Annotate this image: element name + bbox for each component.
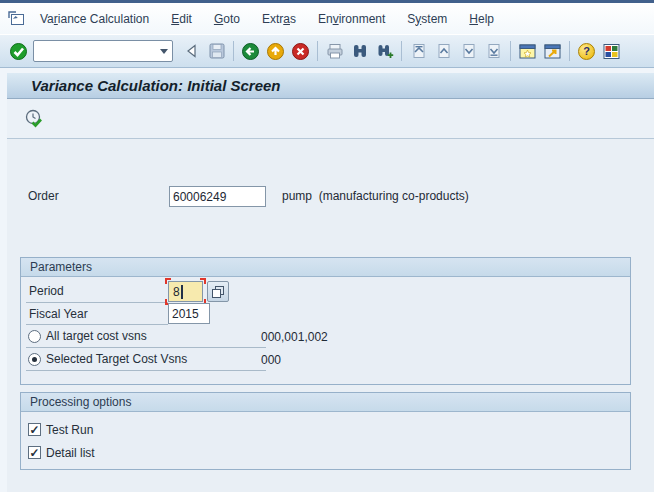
command-input[interactable] — [34, 42, 156, 60]
menu-bar: Variance Calculation Edit Goto Extras En… — [0, 3, 654, 34]
toolbar-separator — [569, 41, 570, 61]
toolbar-separator — [317, 41, 318, 61]
order-label: Order — [28, 189, 59, 203]
overlapping-squares-icon — [211, 285, 225, 299]
checkmark-icon: ✓ — [29, 424, 39, 436]
customize-layout-icon[interactable] — [599, 38, 624, 64]
collapse-command-icon[interactable] — [179, 38, 204, 64]
focus-corner — [200, 278, 206, 284]
application-toolbar — [7, 99, 654, 139]
screen-body: Order 60006249 pump (manufacturing co-pr… — [7, 139, 654, 492]
sap-gui-window: Variance Calculation Edit Goto Extras En… — [0, 0, 654, 492]
processing-options-group: Processing options ✓ Test Run ✓ Detail l… — [20, 392, 631, 470]
help-icon[interactable]: ? — [574, 38, 599, 64]
execute-clock-check-icon — [23, 108, 45, 130]
checkbox-checked[interactable]: ✓ — [28, 446, 41, 459]
checkbox-detail-list[interactable]: ✓ Detail list — [26, 441, 266, 464]
new-session-icon[interactable] — [515, 38, 540, 64]
content-area: Variance Calculation: Initial Screen Ord… — [7, 73, 654, 492]
menu-extras[interactable]: Extras — [251, 8, 307, 30]
checkbox-checked[interactable]: ✓ — [28, 423, 41, 436]
toolbar-separator — [401, 41, 402, 61]
first-page-icon[interactable] — [406, 38, 431, 64]
toolbar-separator — [510, 41, 511, 61]
find-icon[interactable] — [347, 38, 372, 64]
radio-button-unselected[interactable] — [28, 330, 41, 343]
exit-icon[interactable] — [263, 38, 288, 64]
page-up-icon[interactable] — [431, 38, 456, 64]
menu-system[interactable]: System — [396, 8, 458, 30]
menu-environment[interactable]: Environment — [307, 8, 396, 30]
shortcut-icon[interactable] — [540, 38, 565, 64]
last-page-icon[interactable] — [481, 38, 506, 64]
print-icon[interactable] — [322, 38, 347, 64]
screen-title-bar: Variance Calculation: Initial Screen — [7, 73, 654, 99]
period-underline — [26, 302, 168, 303]
menu-variance-calculation[interactable]: Variance Calculation — [29, 8, 160, 30]
parameters-group-header: Parameters — [21, 258, 630, 277]
radio-button-selected[interactable] — [28, 353, 41, 366]
order-input[interactable]: 60006249 — [169, 186, 266, 207]
text-cursor — [181, 285, 183, 299]
all-target-cost-vsns-value: 000,001,002 — [261, 330, 328, 344]
toolbar-separator — [233, 41, 234, 61]
save-icon[interactable] — [204, 38, 229, 64]
fiscal-year-label: Fiscal Year — [29, 307, 88, 321]
back-icon[interactable] — [238, 38, 263, 64]
command-field — [33, 40, 173, 62]
focus-corner — [165, 278, 171, 284]
menu-help[interactable]: Help — [458, 8, 505, 30]
menu-goto[interactable]: Goto — [203, 8, 251, 30]
radio-all-target-cost-vsns[interactable]: All target cost vsns — [26, 325, 266, 348]
processing-options-group-header: Processing options — [21, 393, 630, 412]
order-description: pump (manufacturing co-products) — [282, 189, 469, 203]
radio-selected-target-cost-vsns[interactable]: Selected Target Cost Vsns — [26, 348, 266, 371]
session-menu-icon[interactable] — [8, 11, 25, 26]
parameters-group: Parameters Period 8 Fiscal — [20, 257, 631, 385]
cancel-icon[interactable] — [288, 38, 313, 64]
enter-icon[interactable] — [6, 38, 31, 64]
selected-target-cost-vsns-value: 000 — [261, 353, 281, 367]
page-down-icon[interactable] — [456, 38, 481, 64]
execute-button[interactable] — [20, 105, 48, 133]
find-next-icon[interactable] — [372, 38, 397, 64]
checkmark-icon: ✓ — [29, 447, 39, 459]
period-label: Period — [29, 284, 64, 298]
fiscal-year-input[interactable]: 2015 — [168, 303, 210, 324]
checkbox-test-run[interactable]: ✓ Test Run — [26, 418, 266, 441]
page-title: Variance Calculation: Initial Screen — [31, 77, 281, 94]
period-possible-entries-button[interactable] — [207, 281, 229, 302]
standard-toolbar: ? — [0, 34, 654, 68]
period-input[interactable]: 8 — [168, 281, 203, 302]
menu-edit[interactable]: Edit — [160, 8, 203, 30]
command-dropdown-icon[interactable] — [156, 41, 172, 61]
